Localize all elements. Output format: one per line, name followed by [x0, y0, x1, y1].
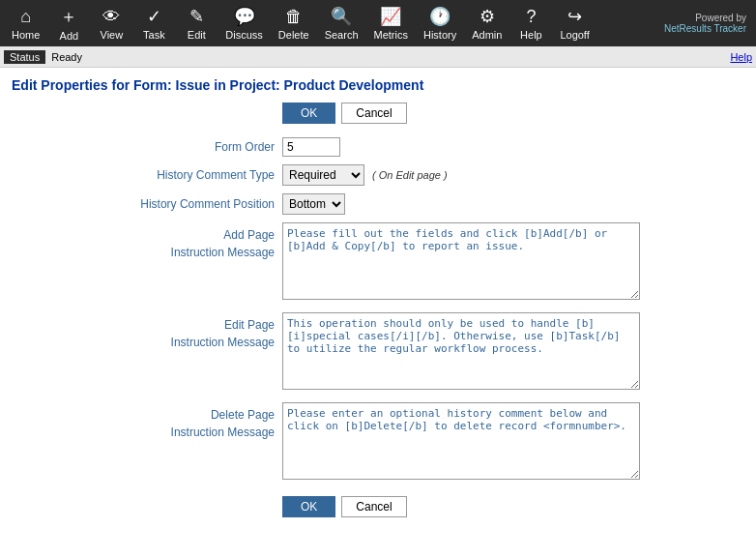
navbar: ⌂ Home ＋ Add 👁 View ✓ Task ✎ Edit 💬 Disc… [0, 0, 756, 46]
add-page-textarea-wrap: Please fill out the fields and click [b]… [282, 222, 744, 303]
nav-discuss[interactable]: 💬 Discuss [218, 0, 271, 46]
add-page-row: Add Page Instruction Message Please fill… [12, 222, 744, 303]
app-name-link[interactable]: NetResults Tracker [664, 23, 746, 34]
add-icon: ＋ [60, 5, 77, 28]
home-icon: ⌂ [20, 7, 31, 27]
history-icon: 🕐 [429, 6, 451, 27]
statusbar: Status Ready Help [0, 46, 756, 68]
edit-icon: ✎ [189, 6, 204, 27]
history-comment-position-label: History Comment Position [12, 197, 282, 211]
history-comment-position-wrap: Bottom Top [282, 193, 744, 215]
nav-help[interactable]: ? Help [509, 0, 552, 46]
nav-admin[interactable]: ⚙ Admin [464, 0, 509, 46]
on-edit-note: ( On Edit page ) [372, 169, 448, 181]
form-order-input[interactable] [282, 137, 340, 157]
admin-icon: ⚙ [480, 6, 495, 27]
add-page-label: Add Page Instruction Message [12, 222, 282, 261]
top-button-row: OK Cancel [12, 103, 744, 124]
discuss-icon: 💬 [234, 6, 255, 27]
metrics-icon: 📈 [380, 6, 401, 27]
edit-page-row: Edit Page Instruction Message This opera… [12, 312, 744, 393]
nav-task[interactable]: ✓ Task [132, 0, 175, 46]
delete-icon: 🗑 [285, 7, 303, 27]
history-comment-position-select[interactable]: Bottom Top [282, 193, 345, 215]
page-content: Edit Properties for Form: Issue in Proje… [0, 68, 756, 527]
nav-history[interactable]: 🕐 History [416, 0, 464, 46]
top-ok-button[interactable]: OK [282, 103, 335, 124]
form-order-row: Form Order [12, 137, 744, 157]
task-icon: ✓ [147, 6, 161, 27]
delete-page-textarea-wrap: Please enter an optional history comment… [282, 402, 744, 483]
nav-view[interactable]: 👁 View [90, 0, 132, 46]
history-comment-type-wrap: Required Optional Not Shown ( On Edit pa… [282, 164, 744, 186]
form-order-label: Form Order [12, 140, 282, 154]
history-comment-type-label: History Comment Type [12, 168, 282, 182]
nav-search[interactable]: 🔍 Search [317, 0, 366, 46]
top-cancel-button[interactable]: Cancel [341, 103, 406, 124]
search-icon: 🔍 [331, 6, 352, 27]
edit-page-textarea[interactable]: This operation should only be used to ha… [282, 312, 640, 390]
powered-by-section: Powered by NetResults Tracker [664, 0, 752, 46]
delete-page-row: Delete Page Instruction Message Please e… [12, 402, 744, 483]
nav-home[interactable]: ⌂ Home [4, 0, 47, 46]
status-badge: Status [4, 50, 45, 64]
page-title: Edit Properties for Form: Issue in Proje… [12, 77, 744, 93]
bottom-ok-button[interactable]: OK [282, 496, 335, 517]
nav-logoff[interactable]: ↪ Logoff [552, 0, 596, 46]
delete-page-label: Delete Page Instruction Message [12, 402, 282, 441]
edit-page-label: Edit Page Instruction Message [12, 312, 282, 351]
delete-page-textarea[interactable]: Please enter an optional history comment… [282, 402, 640, 480]
help-link[interactable]: Help [730, 51, 752, 63]
bottom-cancel-button[interactable]: Cancel [341, 496, 406, 517]
edit-page-textarea-wrap: This operation should only be used to ha… [282, 312, 744, 393]
logoff-icon: ↪ [567, 6, 582, 27]
history-comment-type-row: History Comment Type Required Optional N… [12, 164, 744, 186]
history-comment-type-select[interactable]: Required Optional Not Shown [282, 164, 364, 186]
nav-delete[interactable]: 🗑 Delete [271, 0, 317, 46]
form-order-wrap [282, 137, 744, 157]
history-comment-position-row: History Comment Position Bottom Top [12, 193, 744, 215]
view-icon: 👁 [102, 7, 120, 27]
nav-edit[interactable]: ✎ Edit [175, 0, 218, 46]
nav-metrics[interactable]: 📈 Metrics [366, 0, 416, 46]
add-page-textarea[interactable]: Please fill out the fields and click [b]… [282, 222, 640, 300]
powered-by-text: Powered by [695, 13, 746, 23]
help-icon: ? [526, 7, 536, 27]
nav-add[interactable]: ＋ Add [47, 0, 90, 46]
status-value: Ready [51, 51, 82, 63]
bottom-button-row: OK Cancel [12, 496, 744, 517]
